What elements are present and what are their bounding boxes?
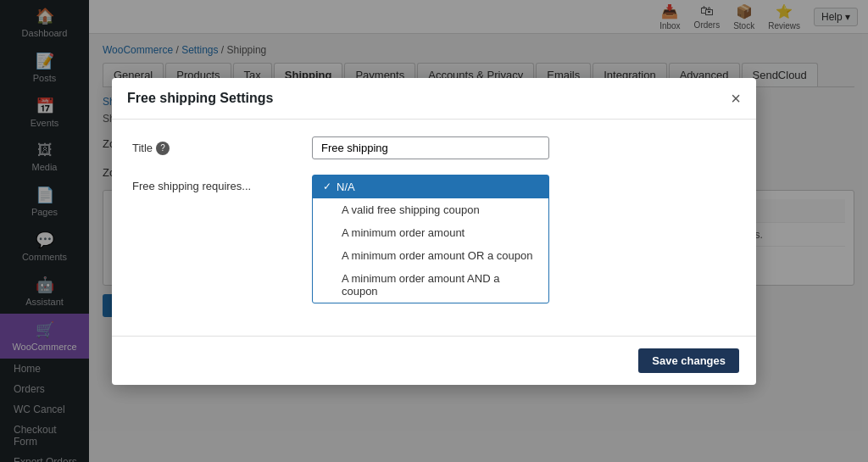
requires-dropdown[interactable]: ✓ N/A A valid free shipping coupon A min… — [312, 175, 549, 303]
dropdown-item-min-amount[interactable]: A minimum order amount — [313, 221, 548, 244]
check-icon: ✓ — [323, 181, 331, 192]
modal-footer: Save changes — [112, 336, 756, 385]
modal-header: Free shipping Settings × — [112, 78, 756, 120]
modal-save-button[interactable]: Save changes — [638, 348, 739, 373]
modal-title-info-icon[interactable]: ? — [156, 142, 170, 155]
dropdown-item-min-and-coupon[interactable]: A minimum order amount AND a coupon — [313, 267, 548, 303]
modal-title-label: Title ? — [132, 136, 302, 155]
dropdown-item-coupon[interactable]: A valid free shipping coupon — [313, 198, 548, 221]
dropdown-list: ✓ N/A A valid free shipping coupon A min… — [312, 175, 549, 303]
modal-requires-row: Free shipping requires... ✓ N/A A valid … — [132, 175, 736, 303]
modal-requires-label: Free shipping requires... — [132, 175, 302, 192]
modal-overlay[interactable]: Free shipping Settings × Title ? Free sh… — [0, 0, 868, 462]
modal-title-row: Title ? — [132, 136, 736, 159]
modal-title-input[interactable] — [312, 136, 549, 159]
modal-title: Free shipping Settings — [127, 91, 273, 106]
dropdown-item-na[interactable]: ✓ N/A — [313, 175, 548, 198]
modal-close-button[interactable]: × — [731, 90, 741, 107]
free-shipping-settings-modal: Free shipping Settings × Title ? Free sh… — [112, 78, 756, 385]
modal-body: Title ? Free shipping requires... ✓ N/A — [112, 120, 756, 336]
dropdown-item-min-or-coupon[interactable]: A minimum order amount OR a coupon — [313, 244, 548, 267]
